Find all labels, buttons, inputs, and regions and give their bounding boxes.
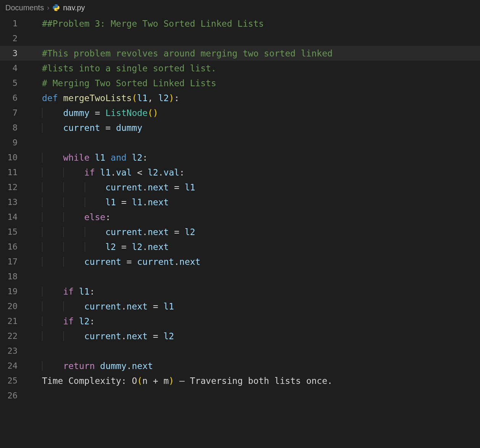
indent-guide — [42, 257, 42, 267]
code-line[interactable]: 25Time Complexity: O(n + m) – Traversing… — [0, 373, 480, 388]
code-content[interactable]: current.next = l2 — [29, 227, 480, 237]
token-default: Time Complexity: O — [42, 376, 137, 386]
code-line[interactable]: 17 current = current.next — [0, 254, 480, 269]
token-var: l1 — [100, 168, 111, 177]
code-line[interactable]: 26 — [0, 388, 480, 403]
code-content[interactable]: Time Complexity: O(n + m) – Traversing b… — [29, 376, 480, 386]
indent-guide — [63, 197, 64, 207]
token-var: l2 — [164, 331, 174, 341]
token-default: . — [158, 168, 164, 177]
token-default — [42, 123, 63, 133]
code-line[interactable]: 18 — [0, 269, 480, 284]
code-line[interactable]: 3#This problem revolves around merging t… — [0, 46, 480, 61]
line-number: 11 — [0, 168, 29, 177]
token-comment: #lists into a single sorted list. — [42, 63, 216, 73]
line-number: 22 — [0, 331, 29, 341]
code-line[interactable]: 15 current.next = l2 — [0, 224, 480, 239]
token-var: next — [127, 301, 148, 311]
code-content[interactable]: current = dummy — [29, 123, 480, 133]
code-editor[interactable]: 1##Problem 3: Merge Two Sorted Linked Li… — [0, 15, 480, 403]
code-content[interactable]: while l1 and l2: — [29, 153, 480, 163]
code-content[interactable]: l2 = l2.next — [29, 242, 480, 252]
token-default: = — [100, 123, 116, 133]
code-content[interactable]: dummy = ListNode() — [29, 108, 480, 118]
token-default: = — [169, 227, 185, 237]
code-line[interactable]: 8 current = dummy — [0, 120, 480, 135]
token-var: l1 — [185, 182, 195, 192]
breadcrumb-folder[interactable]: Documents — [5, 3, 44, 12]
code-line[interactable]: 24 return dummy.next — [0, 358, 480, 373]
token-default — [42, 316, 63, 326]
code-content[interactable]: #This problem revolves around merging tw… — [29, 48, 480, 58]
code-line[interactable]: 7 dummy = ListNode() — [0, 105, 480, 120]
token-control: if — [63, 287, 74, 297]
line-number: 1 — [0, 19, 29, 28]
code-line[interactable]: 1##Problem 3: Merge Two Sorted Linked Li… — [0, 16, 480, 31]
code-content[interactable]: current.next = l1 — [29, 301, 480, 311]
code-line[interactable]: 16 l2 = l2.next — [0, 239, 480, 254]
token-control: if — [63, 316, 74, 326]
code-line[interactable]: 20 current.next = l1 — [0, 299, 480, 314]
code-line[interactable]: 6def mergeTwoLists(l1, l2): — [0, 90, 480, 105]
token-var: l2 — [105, 242, 116, 252]
token-default — [74, 316, 79, 326]
code-content[interactable]: else: — [29, 212, 480, 222]
code-line[interactable]: 19 if l1: — [0, 284, 480, 299]
token-control: while — [63, 153, 89, 163]
token-default — [95, 168, 100, 177]
token-default: : — [179, 168, 185, 177]
token-default — [127, 153, 132, 163]
code-content[interactable]: l1 = l1.next — [29, 197, 480, 207]
token-var: l1 — [105, 197, 116, 207]
token-default — [42, 227, 105, 237]
token-default: . — [111, 168, 116, 177]
code-line[interactable]: 4#lists into a single sorted list. — [0, 61, 480, 76]
indent-guide — [42, 361, 42, 371]
line-number: 10 — [0, 153, 29, 162]
code-line[interactable]: 5# Merging Two Sorted Linked Lists — [0, 76, 480, 90]
code-line[interactable]: 14 else: — [0, 209, 480, 224]
code-content[interactable]: current.next = l1 — [29, 182, 480, 192]
indent-guide — [42, 153, 42, 163]
token-default: = — [116, 242, 132, 252]
token-var: next — [148, 182, 169, 192]
token-var: next — [132, 361, 153, 371]
code-content[interactable]: if l2: — [29, 316, 480, 326]
token-var: next — [127, 331, 148, 341]
code-content[interactable]: def mergeTwoLists(l1, l2): — [29, 93, 480, 103]
indent-guide — [42, 108, 42, 118]
token-var: current — [105, 182, 142, 192]
breadcrumb-separator-icon: › — [47, 4, 49, 12]
indent-guide — [42, 331, 42, 341]
code-line[interactable]: 11 if l1.val < l2.val: — [0, 165, 480, 180]
code-line[interactable]: 23 — [0, 343, 480, 358]
token-paren-y: ) — [169, 93, 174, 103]
line-number: 8 — [0, 123, 29, 132]
code-content[interactable]: ##Problem 3: Merge Two Sorted Linked Lis… — [29, 19, 480, 29]
code-line[interactable]: 10 while l1 and l2: — [0, 150, 480, 165]
code-line[interactable]: 2 — [0, 31, 480, 46]
code-line[interactable]: 21 if l2: — [0, 314, 480, 329]
code-content[interactable]: current = current.next — [29, 257, 480, 267]
breadcrumb[interactable]: Documents › nav.py — [0, 0, 480, 15]
code-content[interactable]: #lists into a single sorted list. — [29, 63, 480, 73]
token-default — [42, 197, 105, 207]
code-content[interactable]: # Merging Two Sorted Linked Lists — [29, 78, 480, 88]
breadcrumb-file[interactable]: nav.py — [52, 3, 85, 12]
breadcrumb-file-label: nav.py — [63, 3, 85, 12]
code-content[interactable]: return dummy.next — [29, 361, 480, 371]
token-var: dummy — [116, 123, 142, 133]
token-default: : — [174, 93, 179, 103]
code-content[interactable]: current.next = l2 — [29, 331, 480, 341]
token-paren-y: ) — [169, 376, 174, 386]
token-default: . — [142, 227, 148, 237]
code-content[interactable]: if l1.val < l2.val: — [29, 168, 480, 177]
code-line[interactable]: 13 l1 = l1.next — [0, 195, 480, 209]
code-line[interactable]: 12 current.next = l1 — [0, 180, 480, 195]
token-default: = — [148, 301, 164, 311]
token-var: next — [148, 242, 169, 252]
line-number: 5 — [0, 78, 29, 88]
code-line[interactable]: 9 — [0, 135, 480, 150]
code-content[interactable]: if l1: — [29, 287, 480, 297]
code-line[interactable]: 22 current.next = l2 — [0, 329, 480, 343]
